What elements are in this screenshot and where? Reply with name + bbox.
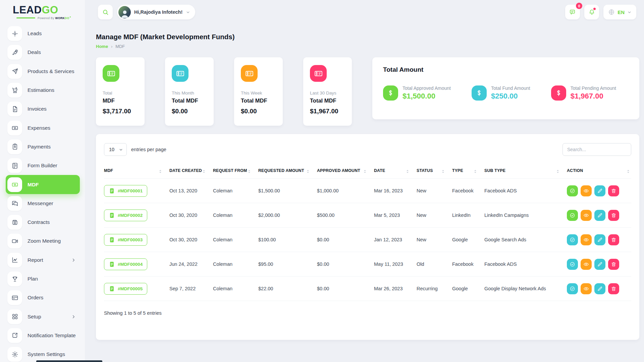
sort-arrows-icon[interactable] <box>407 170 409 173</box>
column-header-request-from[interactable]: REQUEST FROM <box>213 165 258 179</box>
sidebar-item-label: Estimations <box>28 87 54 93</box>
sort-arrows-icon[interactable] <box>442 170 444 173</box>
column-header-requested-amount[interactable]: REQUESTED AMOUNT <box>258 165 317 179</box>
edit-button[interactable] <box>594 234 605 245</box>
approve-button[interactable] <box>567 185 578 196</box>
stat-value: $0.00 <box>241 108 276 115</box>
cell-actions <box>567 228 631 252</box>
money-check-icon <box>103 65 119 82</box>
view-button[interactable] <box>581 185 592 196</box>
column-header-type[interactable]: TYPE <box>452 165 484 179</box>
stat-card-this-week: This WeekTotal MDF$0.00 <box>234 57 283 126</box>
sidebar-item-setup[interactable]: Setup <box>6 307 80 326</box>
sidebar-item-label: Products & Services <box>28 68 74 74</box>
sort-arrows-icon[interactable] <box>627 170 629 173</box>
sidebar-item-system-settings[interactable]: System Settings <box>6 345 80 362</box>
column-header-date[interactable]: DATE <box>374 165 417 179</box>
view-button[interactable] <box>581 210 592 221</box>
sidebar-item-payments[interactable]: Payments <box>6 137 80 156</box>
sort-arrows-icon[interactable] <box>557 170 559 173</box>
stat-period: This Week <box>241 90 276 96</box>
sidebar-item-label: Payments <box>28 144 51 150</box>
cell-sub-type: Facebook ADS <box>484 252 567 277</box>
approve-button[interactable] <box>567 283 578 294</box>
sidebar-item-contracts[interactable]: Contracts <box>6 213 80 232</box>
edit-button[interactable] <box>594 283 605 294</box>
breadcrumb-home-link[interactable]: Home <box>96 44 108 49</box>
sidebar-item-mdf[interactable]: MDF <box>6 175 80 194</box>
column-header-mdf[interactable]: MDF <box>104 165 169 179</box>
sidebar-scrollbar[interactable] <box>36 360 102 362</box>
cell-requested-amount: $22.00 <box>258 277 317 301</box>
sort-arrows-icon[interactable] <box>307 170 309 173</box>
view-button[interactable] <box>581 234 592 245</box>
delete-button[interactable] <box>608 210 619 221</box>
delete-button[interactable] <box>608 283 619 294</box>
approve-button[interactable] <box>567 259 578 270</box>
mdf-id-label: #MDF00003 <box>118 237 143 242</box>
mdf-id-badge[interactable]: #MDF00003 <box>104 234 147 246</box>
approve-button[interactable] <box>567 234 578 245</box>
edit-button[interactable] <box>594 259 605 270</box>
language-selector[interactable]: EN <box>603 5 636 19</box>
delete-button[interactable] <box>608 185 619 196</box>
globe-icon <box>608 9 615 15</box>
sidebar-item-invoices[interactable]: Invoices <box>6 100 80 118</box>
mdf-id-badge[interactable]: #MDF00004 <box>104 258 147 270</box>
cell-date: Mar 16, 2023 <box>374 179 417 203</box>
sidebar-item-expenses[interactable]: Expenses <box>6 118 80 137</box>
stat-card-this-month: This MonthTotal MDF$0.00 <box>165 57 214 126</box>
column-header-sub-type[interactable]: SUB TYPE <box>484 165 567 179</box>
sidebar-item-leads[interactable]: Leads <box>6 24 80 43</box>
mdf-id-badge[interactable]: #MDF00002 <box>104 209 147 221</box>
view-button[interactable] <box>581 283 592 294</box>
sidebar-item-notification-template[interactable]: Notification Template <box>6 326 80 345</box>
sort-arrows-icon[interactable] <box>364 170 366 173</box>
mdf-id-badge[interactable]: #MDF00005 <box>104 283 147 295</box>
cell-requested-amount: $1,500.00 <box>258 179 317 203</box>
column-header-action[interactable]: ACTION <box>567 165 631 179</box>
sidebar-item-form-builder[interactable]: Form Builder <box>6 156 80 175</box>
sidebar-item-products-services[interactable]: Products & Services <box>6 62 80 81</box>
sidebar-item-plan[interactable]: Plan <box>6 269 80 288</box>
view-button[interactable] <box>581 259 592 270</box>
column-header-approved-amount[interactable]: APPROVED AMOUNT <box>317 165 374 179</box>
delete-button[interactable] <box>608 259 619 270</box>
column-header-date-created[interactable]: DATE CREATED <box>169 165 213 179</box>
sort-arrows-icon[interactable] <box>248 170 250 173</box>
notification-dot <box>593 8 596 10</box>
invoices-icon <box>7 102 22 116</box>
sidebar-item-messenger[interactable]: Messenger <box>6 194 80 213</box>
total-amount-title: Total Amount <box>383 66 629 73</box>
column-header-status[interactable]: STATUS <box>417 165 452 179</box>
entries-per-page-select[interactable]: 10 <box>104 143 127 156</box>
delete-button[interactable] <box>608 234 619 245</box>
mdf-id-badge[interactable]: #MDF00001 <box>104 185 147 197</box>
edit-button[interactable] <box>594 210 605 221</box>
sidebar-item-orders[interactable]: Orders <box>6 288 80 307</box>
summary-cards-row: TotalMDF$3,717.00This MonthTotal MDF$0.0… <box>96 57 639 126</box>
sort-arrows-icon[interactable] <box>203 170 205 173</box>
sidebar-item-deals[interactable]: Deals <box>6 43 80 62</box>
messages-button[interactable]: 0 <box>565 5 580 19</box>
sidebar-item-report[interactable]: Report <box>6 251 80 269</box>
notifications-button[interactable] <box>584 5 599 19</box>
search-button[interactable] <box>98 5 113 19</box>
edit-button[interactable] <box>594 185 605 196</box>
deals-icon <box>7 45 22 60</box>
money-check-icon <box>241 65 258 82</box>
total-amount-items: Total Approved Amount$1,500.00Total Fund… <box>383 85 629 101</box>
table-row: #MDF00004Jun 24, 2022Coleman$95.00$0.00M… <box>104 252 631 277</box>
cell-approved-amount: $0.00 <box>317 252 374 277</box>
approve-button[interactable] <box>567 210 578 221</box>
app-logo[interactable]: LEADGO Powered By WORKDO <box>0 0 85 24</box>
cell-status: New <box>417 179 452 203</box>
file-icon <box>109 188 115 194</box>
user-menu[interactable]: Hi,Rajodiya Infotech! <box>117 5 195 19</box>
sidebar-item-zoom-meeting[interactable]: Zoom Meeting <box>6 232 80 250</box>
search-input[interactable] <box>562 143 631 156</box>
sidebar-item-estimations[interactable]: Estimations <box>6 81 80 100</box>
report-icon <box>7 253 22 267</box>
sort-arrows-icon[interactable] <box>474 170 476 173</box>
sort-arrows-icon[interactable] <box>159 170 161 173</box>
